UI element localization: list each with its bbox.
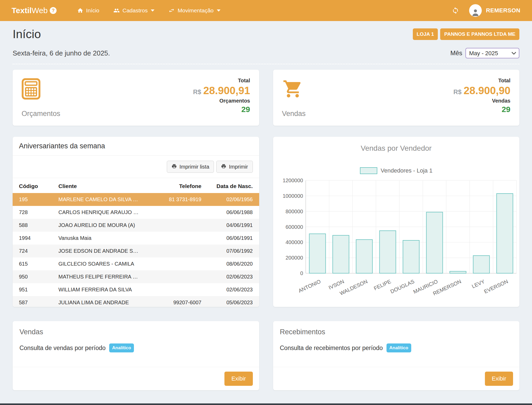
svg-text:400000: 400000 xyxy=(285,239,303,245)
svg-text:1000000: 1000000 xyxy=(283,193,303,199)
table-row[interactable]: 587JULIANA LIMA DE ANDRADE99207-600705/0… xyxy=(13,296,259,307)
calculator-icon xyxy=(22,78,60,100)
nav-item-movimentacao[interactable]: Movimentação xyxy=(168,7,220,14)
table-cell xyxy=(154,283,208,296)
report-text: Consulta de vendas por período xyxy=(19,345,106,352)
svg-text:FELIPE: FELIPE xyxy=(373,279,392,291)
bottom-cards: Vendas Consulta de vendas por período An… xyxy=(13,321,519,390)
total-value: R$28.900,91 xyxy=(193,85,250,96)
table-cell: 02/06/1956 xyxy=(208,193,259,206)
table-row[interactable]: 728CARLOS HENRIQUE ARAUJO …06/06/1988 xyxy=(13,206,259,219)
col-cliente: Cliente xyxy=(52,178,154,193)
card-label: Orçamentos xyxy=(22,110,60,118)
vendas-report-card: Vendas Consulta de vendas por período An… xyxy=(13,321,259,390)
printer-icon xyxy=(172,164,177,170)
nav-item-inicio[interactable]: Início xyxy=(77,7,99,14)
caret-down-icon xyxy=(217,9,220,12)
report-title: Vendas xyxy=(13,321,259,336)
table-cell: 99207-6007 xyxy=(154,296,208,307)
table-cell: WILLIAM FERREIRA DA SILVA xyxy=(52,283,154,296)
current-date: Sexta-feira, 6 de junho de 2025. xyxy=(13,49,110,57)
chart-panel: Vendas por Vendedor Vendedores - Loja 1 … xyxy=(273,137,520,307)
nav-item-cadastros[interactable]: Cadastros xyxy=(113,7,155,14)
store-badge-company[interactable]: PANNOS E PANNOS LTDA ME xyxy=(440,28,519,40)
table-row[interactable]: 588JOAO AURELIO DE MOURA (A)04/06/1991 xyxy=(13,219,259,232)
mid-panels: Aniversariantes da semana Imprimir lista… xyxy=(13,137,519,307)
total-label: Total xyxy=(193,78,250,84)
brand-light: Web xyxy=(32,6,48,15)
table-cell: JULIANA LIMA DE ANDRADE xyxy=(52,296,154,307)
sync-icon[interactable] xyxy=(452,7,459,14)
exibir-vendas-button[interactable]: Exibir xyxy=(224,372,253,386)
birthdays-toolbar: Imprimir lista Imprimir xyxy=(13,156,259,178)
table-cell: JOAO AURELIO DE MOURA (A) xyxy=(52,219,154,232)
footer-strip xyxy=(0,403,532,405)
nav-item-label: Movimentação xyxy=(178,7,214,14)
page-title: Início xyxy=(13,27,41,41)
brand-bold: Textil xyxy=(12,6,32,15)
col-telefone: Telefone xyxy=(154,178,208,193)
exibir-recebimentos-button[interactable]: Exibir xyxy=(485,372,513,386)
month-select[interactable]: May - 2025 xyxy=(465,48,519,58)
print-list-button[interactable]: Imprimir lista xyxy=(167,161,214,173)
col-data-nasc: Data de Nasc. xyxy=(208,178,259,193)
table-cell: 07/06/1992 xyxy=(208,245,259,257)
table-cell: JOSE EDSON DE ANDRADE S… xyxy=(52,245,154,257)
nav-right: REMERSON xyxy=(452,4,520,17)
table-cell: 81 3731-8919 xyxy=(154,193,208,206)
store-badge-loja[interactable]: LOJA 1 xyxy=(413,28,438,40)
chart-title: Vendas por Vendedor xyxy=(273,144,520,153)
birthdays-table: Código Cliente Telefone Data de Nasc. 19… xyxy=(13,178,259,307)
table-cell: 06/06/1988 xyxy=(208,206,259,219)
month-picker: Mês May - 2025 xyxy=(450,48,519,58)
table-cell: 06/06/1991 xyxy=(208,232,259,245)
table-row[interactable]: 950MATHEUS FELIPE FERREIRA …02/06/2023 xyxy=(13,270,259,283)
table-row[interactable]: 615GILCLECIO SOARES - CAMILA08/06/2020 xyxy=(13,257,259,270)
svg-text:600000: 600000 xyxy=(285,224,303,230)
count-label: Vendas xyxy=(453,98,510,104)
svg-text:DOUGLAS: DOUGLAS xyxy=(389,279,415,295)
analitico-badge: Analítico xyxy=(387,343,411,352)
table-row[interactable]: 951WILLIAM FERREIRA DA SILVA02/06/2023 xyxy=(13,283,259,296)
report-text: Consulta de recebimentos por período xyxy=(280,345,383,352)
table-cell: 04/06/1991 xyxy=(208,219,259,232)
swap-arrows-icon xyxy=(168,7,175,14)
chart-legend[interactable]: Vendedores - Loja 1 xyxy=(273,167,520,174)
table-row[interactable]: 724JOSE EDSON DE ANDRADE S…07/06/1992 xyxy=(13,245,259,257)
page: TextilWeb ? Início Cadastros Movimentaçã… xyxy=(0,0,532,405)
cart-icon xyxy=(282,78,306,100)
dotted-separator xyxy=(13,64,519,64)
bar-chart: 020000040000060000080000010000001200000A… xyxy=(273,177,520,304)
table-cell: Vanuska Maia xyxy=(52,232,154,245)
table-cell xyxy=(154,245,208,257)
table-cell: MARLENE CAMELO DA SILVA … xyxy=(52,193,154,206)
table-cell: 587 xyxy=(13,296,52,307)
vendas-card: Vendas Total R$28.900,90 Vendas 29 xyxy=(273,70,520,126)
table-row[interactable]: 1994Vanuska Maia06/06/1991 xyxy=(13,232,259,245)
home-icon xyxy=(77,7,83,14)
table-cell: CARLOS HENRIQUE ARAUJO … xyxy=(52,206,154,219)
orcamentos-card: Orçamentos Total R$28.900,91 Orçamentos … xyxy=(13,70,259,126)
table-cell: GILCLECIO SOARES - CAMILA xyxy=(52,257,154,270)
legend-label: Vendedores - Loja 1 xyxy=(381,167,433,174)
table-cell: 728 xyxy=(13,206,52,219)
brand-logo[interactable]: TextilWeb ? xyxy=(12,6,57,15)
table-cell: 588 xyxy=(13,219,52,232)
print-button[interactable]: Imprimir xyxy=(216,161,253,173)
store-badges: LOJA 1 PANNOS E PANNOS LTDA ME xyxy=(413,28,519,40)
print-label: Imprimir xyxy=(229,164,248,170)
user-menu[interactable]: REMERSON xyxy=(469,4,520,17)
svg-text:ANTONIO: ANTONIO xyxy=(297,279,322,294)
table-cell: 08/06/2020 xyxy=(208,257,259,270)
total-value: R$28.900,90 xyxy=(453,85,510,96)
svg-text:EVERSON: EVERSON xyxy=(483,279,509,295)
table-cell: 02/06/2023 xyxy=(208,283,259,296)
navbar: TextilWeb ? Início Cadastros Movimentaçã… xyxy=(0,0,532,21)
help-icon[interactable]: ? xyxy=(50,7,57,14)
svg-text:LEVY: LEVY xyxy=(471,279,485,290)
summary-cards: Orçamentos Total R$28.900,91 Orçamentos … xyxy=(13,70,519,126)
nav-item-label: Cadastros xyxy=(123,7,148,14)
table-cell xyxy=(154,206,208,219)
card-label: Vendas xyxy=(282,110,306,118)
table-row[interactable]: 195MARLENE CAMELO DA SILVA …81 3731-8919… xyxy=(13,193,259,206)
